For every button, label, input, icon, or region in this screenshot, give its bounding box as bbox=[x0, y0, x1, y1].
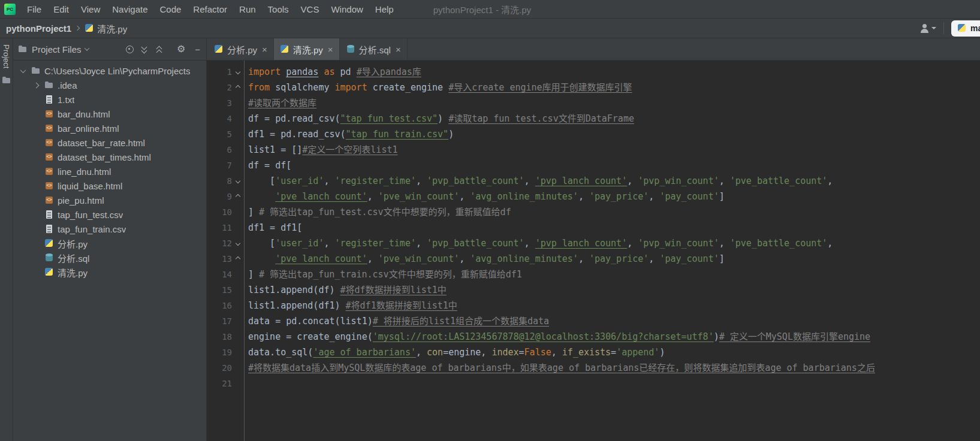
code-line-14[interactable]: ] # 筛选出tap_fun_train.csv文件中想要的列，重新赋值给df1 bbox=[248, 267, 980, 282]
breadcrumb-file[interactable]: 清洗.py bbox=[97, 22, 127, 35]
chevron-right-icon[interactable] bbox=[33, 82, 39, 88]
code-line-4[interactable]: df = pd.read_csv("tap_fun_test.csv") #读取… bbox=[248, 111, 980, 126]
hide-panel-icon[interactable] bbox=[195, 45, 200, 54]
tree-item-C:\Users\Joyce Lin\PycharmProjects[interactable]: C:\Users\Joyce Lin\PycharmProjects bbox=[13, 64, 206, 78]
line-number[interactable]: 9 bbox=[207, 189, 232, 204]
code-line-9[interactable]: 'pve_lanch_count', 'pve_win_count', 'avg… bbox=[248, 189, 980, 204]
code-line-15[interactable]: list1.append(df) #将df数据拼接到list1中 bbox=[248, 282, 980, 298]
tree-item-分析.sql[interactable]: 分析.sql bbox=[13, 250, 206, 265]
tree-item-清洗.py[interactable]: 清洗.py bbox=[13, 265, 206, 279]
line-number[interactable]: 14 bbox=[207, 267, 232, 282]
caret-down-icon[interactable] bbox=[931, 27, 936, 29]
project-tool-window-button[interactable]: Project bbox=[2, 44, 11, 68]
project-view-selector[interactable]: Project Files bbox=[32, 44, 82, 55]
line-number[interactable]: 13 bbox=[207, 251, 232, 267]
code-token: 'pve_win_count' bbox=[378, 253, 459, 264]
close-icon[interactable] bbox=[396, 45, 401, 54]
menu-code[interactable]: Code bbox=[153, 0, 187, 18]
line-number[interactable]: 3 bbox=[207, 95, 232, 111]
code-line-7[interactable]: df = df[ bbox=[248, 158, 980, 173]
gear-icon[interactable] bbox=[177, 44, 185, 54]
code-line-21[interactable] bbox=[248, 376, 980, 391]
code-line-17[interactable]: data = pd.concat(list1)# 将拼接后的list1组合成一个… bbox=[248, 313, 980, 329]
code-line-3[interactable]: #读取两个数据库 bbox=[248, 95, 980, 111]
line-number[interactable]: 15 bbox=[207, 282, 232, 298]
close-icon[interactable] bbox=[262, 45, 267, 54]
menu-edit[interactable]: Edit bbox=[47, 0, 75, 18]
menu-view[interactable]: View bbox=[75, 0, 106, 18]
editor-code[interactable]: import pandas as pd #导入pandas库from sqlal… bbox=[245, 61, 980, 441]
code-line-8[interactable]: ['user_id', 'register_time', 'pvp_battle… bbox=[248, 173, 980, 189]
code-line-19[interactable]: data.to_sql('age_of_barbarians', con=eng… bbox=[248, 345, 980, 360]
menu-window[interactable]: Window bbox=[325, 0, 369, 18]
folder-icon[interactable] bbox=[2, 75, 11, 85]
menu-file[interactable]: File bbox=[21, 0, 47, 18]
tree-item-bar_online.html[interactable]: bar_online.html bbox=[13, 121, 206, 135]
code-line-18[interactable]: engine = create_engine('mysql://root:LAS… bbox=[248, 329, 980, 345]
code-line-1[interactable]: import pandas as pd #导入pandas库 bbox=[248, 64, 980, 80]
tab-分析.sql[interactable]: 分析.sql bbox=[340, 38, 408, 60]
locate-file-icon[interactable] bbox=[126, 46, 134, 53]
expand-all-icon[interactable] bbox=[141, 45, 149, 54]
line-number[interactable]: 19 bbox=[207, 345, 232, 360]
line-number[interactable]: 16 bbox=[207, 298, 232, 313]
tree-item-tap_fun_train.csv[interactable]: tap_fun_train.csv bbox=[13, 222, 206, 236]
line-number[interactable]: 20 bbox=[207, 360, 232, 376]
line-number[interactable]: 7 bbox=[207, 158, 232, 173]
line-number[interactable]: 2 bbox=[207, 80, 232, 95]
line-number[interactable]: 6 bbox=[207, 142, 232, 158]
tree-item-dataset_bar_rate.html[interactable]: dataset_bar_rate.html bbox=[13, 135, 206, 150]
fold-down-icon[interactable] bbox=[236, 241, 240, 246]
html-icon bbox=[44, 167, 54, 176]
line-number[interactable]: 11 bbox=[207, 220, 232, 235]
tree-item-.idea[interactable]: .idea bbox=[13, 78, 206, 92]
fold-up-icon[interactable] bbox=[236, 194, 240, 199]
tree-item-dataset_bar_times.html[interactable]: dataset_bar_times.html bbox=[13, 150, 206, 164]
tree-item-line_dnu.html[interactable]: line_dnu.html bbox=[13, 164, 206, 179]
code-line-6[interactable]: list1 = []#定义一个空列表list1 bbox=[248, 142, 980, 158]
tree-item-tap_fun_test.csv[interactable]: tap_fun_test.csv bbox=[13, 207, 206, 222]
code-line-2[interactable]: from sqlalchemy import create_engine #导入… bbox=[248, 80, 980, 95]
fold-up-icon[interactable] bbox=[236, 85, 240, 90]
menu-vcs[interactable]: VCS bbox=[295, 0, 325, 18]
code-line-20[interactable]: #将数据集data插入到MySQL数据库的表age_of_barbarians中… bbox=[248, 360, 980, 376]
run-config-selector[interactable]: main bbox=[951, 20, 980, 37]
line-number[interactable]: 1 bbox=[207, 64, 232, 80]
menu-refactor[interactable]: Refactor bbox=[187, 0, 233, 18]
line-number[interactable]: 21 bbox=[207, 376, 232, 391]
code-line-13[interactable]: 'pve_lanch_count', 'pve_win_count', 'avg… bbox=[248, 251, 980, 267]
tree-item-分析.py[interactable]: 分析.py bbox=[13, 236, 206, 250]
tree-item-liquid_base.html[interactable]: liquid_base.html bbox=[13, 179, 206, 193]
fold-up-icon[interactable] bbox=[236, 256, 240, 261]
collapse-all-icon[interactable] bbox=[156, 45, 164, 54]
breadcrumb-project[interactable]: pythonProject1 bbox=[6, 23, 71, 34]
pycharm-logo-icon[interactable] bbox=[4, 4, 16, 15]
user-icon[interactable] bbox=[919, 23, 930, 34]
menu-help[interactable]: Help bbox=[369, 0, 400, 18]
fold-down-icon[interactable] bbox=[236, 179, 240, 183]
menu-tools[interactable]: Tools bbox=[262, 0, 295, 18]
code-line-16[interactable]: list1.append(df1) #将df1数据拼接到list1中 bbox=[248, 298, 980, 313]
chevron-down-icon[interactable] bbox=[20, 67, 26, 73]
tab-清洗.py[interactable]: 清洗.py bbox=[274, 38, 340, 60]
code-line-11[interactable]: df1 = df1[ bbox=[248, 220, 980, 235]
line-number[interactable]: 5 bbox=[207, 126, 232, 142]
line-number[interactable]: 18 bbox=[207, 329, 232, 345]
line-number[interactable]: 12 bbox=[207, 235, 232, 251]
tree-item-1.txt[interactable]: 1.txt bbox=[13, 92, 206, 107]
line-number[interactable]: 8 bbox=[207, 173, 232, 189]
tree-item-pie_pu.html[interactable]: pie_pu.html bbox=[13, 193, 206, 207]
close-icon[interactable] bbox=[328, 45, 333, 54]
code-line-5[interactable]: df1 = pd.read_csv("tap_fun_train.csv") bbox=[248, 126, 980, 142]
code-line-12[interactable]: ['user_id', 'register_time', 'pvp_battle… bbox=[248, 235, 980, 251]
menu-run[interactable]: Run bbox=[233, 0, 262, 18]
tree-item-bar_dnu.html[interactable]: bar_dnu.html bbox=[13, 107, 206, 121]
chevron-down-icon[interactable] bbox=[84, 46, 89, 50]
menu-navigate[interactable]: Navigate bbox=[106, 0, 153, 18]
line-number[interactable]: 4 bbox=[207, 111, 232, 126]
line-number[interactable]: 10 bbox=[207, 204, 232, 220]
tab-分析.py[interactable]: 分析.py bbox=[208, 38, 274, 60]
fold-down-icon[interactable] bbox=[236, 70, 240, 74]
line-number[interactable]: 17 bbox=[207, 313, 232, 329]
code-line-10[interactable]: ] # 筛选出tap_fun_test.csv文件中想要的列，重新赋值给df bbox=[248, 204, 980, 220]
